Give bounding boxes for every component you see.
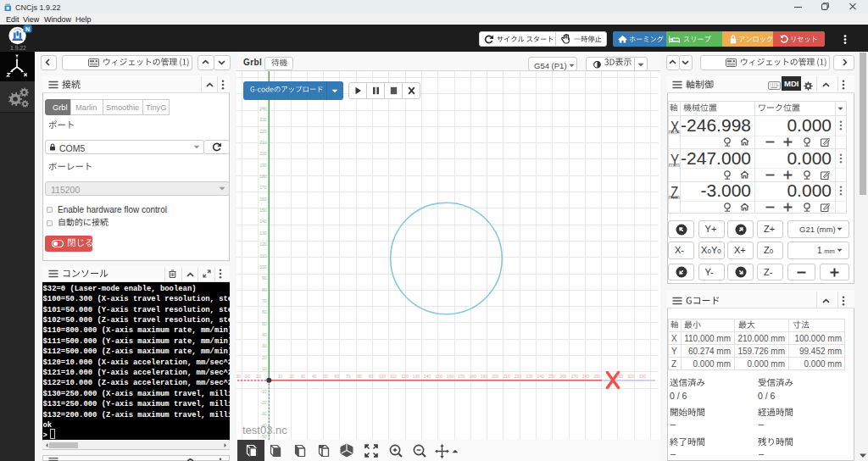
svg-text:190: 190 [481,374,488,379]
svg-text:140: 140 [259,219,267,224]
svg-text:140: 140 [424,374,431,379]
svg-text:280: 280 [582,374,590,379]
svg-text:70: 70 [262,298,267,303]
svg-text:-20: -20 [260,400,266,405]
svg-text:50: 50 [262,321,267,326]
svg-text:250: 250 [548,374,556,379]
svg-text:-30: -30 [236,374,241,379]
svg-text:80: 80 [262,287,267,292]
svg-text:180: 180 [469,374,476,379]
svg-text:30: 30 [301,374,306,379]
svg-text:240: 240 [537,374,545,379]
svg-text:310: 310 [616,374,624,379]
svg-text:40: 40 [262,332,267,337]
svg-text:90: 90 [262,275,267,280]
svg-text:130: 130 [413,374,420,379]
svg-text:210: 210 [503,374,510,379]
svg-text:100: 100 [379,374,387,379]
svg-text:260: 260 [559,374,567,379]
svg-text:170: 170 [458,374,465,379]
svg-text:160: 160 [259,197,267,202]
svg-text:230: 230 [259,117,267,122]
svg-text:200: 200 [259,151,267,156]
svg-text:220: 220 [515,374,522,379]
svg-text:70: 70 [346,374,351,379]
svg-text:110: 110 [390,374,397,379]
svg-text:30: 30 [262,343,267,348]
svg-text:130: 130 [259,230,267,236]
svg-text:20: 20 [289,374,294,379]
svg-text:290: 290 [593,374,601,379]
svg-text:240: 240 [259,106,267,111]
svg-text:330: 330 [639,374,647,379]
svg-text:50: 50 [323,374,328,379]
svg-text:190: 190 [259,163,267,168]
svg-text:160: 160 [447,374,454,379]
svg-text:100: 100 [259,264,267,269]
svg-text:-10: -10 [260,389,266,394]
svg-text:320: 320 [627,374,635,379]
svg-text:60: 60 [262,309,267,314]
svg-text:60: 60 [335,374,340,379]
svg-text:80: 80 [357,374,362,379]
svg-text:220: 220 [259,129,267,134]
svg-text:210: 210 [259,140,267,145]
svg-text:40: 40 [312,374,317,379]
svg-text:20: 20 [262,355,267,360]
svg-text:10: 10 [278,374,283,379]
svg-text:110: 110 [260,253,267,258]
svg-text:90: 90 [369,374,374,379]
svg-text:230: 230 [526,374,533,379]
svg-text:150: 150 [435,374,442,379]
svg-text:120: 120 [401,374,409,379]
svg-text:10: 10 [262,366,267,371]
svg-text:170: 170 [259,185,267,190]
svg-text:N: N [25,26,30,32]
svg-text:120: 120 [259,242,267,247]
svg-text:180: 180 [259,174,267,179]
svg-text:150: 150 [259,208,267,213]
svg-text:-20: -20 [243,374,249,379]
svg-text:-10: -10 [255,374,261,379]
svg-text:-30: -30 [260,411,266,416]
svg-text:200: 200 [492,374,499,379]
svg-text:270: 270 [571,374,579,379]
